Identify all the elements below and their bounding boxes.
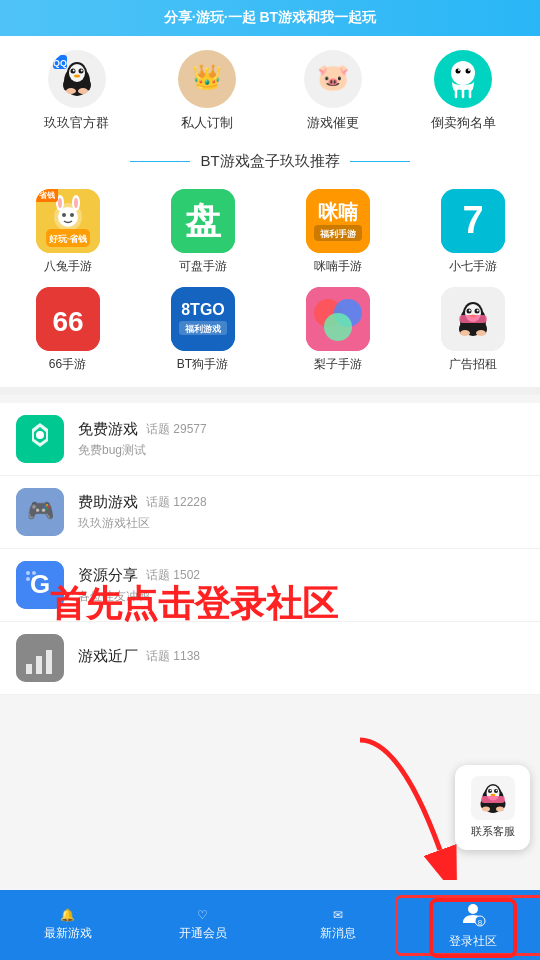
svg-text:7: 7 [462, 199, 483, 241]
community-item-review[interactable]: 游戏近厂 话题 1138 [0, 622, 540, 695]
nav-messages[interactable]: ✉ 新消息 [270, 908, 405, 942]
game-item-mineneng[interactable]: 咪喃 福利手游 咪喃手游 [270, 183, 405, 281]
svg-point-23 [458, 69, 460, 71]
bell-icon: 🔔 [60, 908, 75, 922]
nav-new-games-label: 最新游戏 [44, 925, 92, 942]
community-item-assist[interactable]: 🎮 费助游戏 话题 12228 玖玖游戏社区 [0, 476, 540, 549]
community-list: 免费游戏 话题 29577 免费bug测试 🎮 费助游戏 话题 12228 玖玖… [0, 403, 540, 695]
nav-sellout[interactable]: 倒卖狗名单 [431, 50, 496, 132]
svg-point-21 [456, 69, 461, 74]
mail-icon: ✉ [333, 908, 343, 922]
assist-name: 费助游戏 [78, 493, 138, 512]
quick-nav: QQ 玖玖官方群 👑 私人订制 🐷 游戏催更 [0, 36, 540, 142]
svg-point-11 [66, 88, 76, 94]
nav-vip-label: 开通会员 [179, 925, 227, 942]
nav-new-games[interactable]: 🔔 最新游戏 [0, 908, 135, 942]
svg-point-3 [69, 64, 85, 82]
btdog-icon: 8TGO 福利游戏 [171, 287, 235, 351]
mineneng-label: 咪喃手游 [314, 258, 362, 275]
svg-point-95 [495, 790, 497, 792]
svg-point-56 [324, 313, 352, 341]
svg-point-35 [62, 213, 66, 217]
svg-text:🎮: 🎮 [27, 497, 55, 524]
game-grid: 好玩·省钱 省钱 八兔手游 盘 可盘手游 咪喃 福利手游 咪喃手游 [0, 179, 540, 387]
nav-qq-group-label: 玖玖官方群 [44, 114, 109, 132]
sellout-icon [434, 50, 492, 108]
game-item-66[interactable]: 66 66手游 [0, 281, 135, 379]
kepan-icon: 盘 [171, 189, 235, 253]
qq-group-icon: QQ [48, 50, 106, 108]
batugame-label: 八兔手游 [44, 258, 92, 275]
svg-point-74 [36, 431, 44, 439]
nav-game-urge[interactable]: 🐷 游戏催更 [304, 50, 362, 132]
svg-point-33 [74, 198, 78, 208]
banner-text: 分享·游玩·一起 BT游戏和我一起玩 [164, 9, 376, 27]
svg-point-6 [72, 70, 74, 72]
nav-private-order-label: 私人订制 [181, 114, 233, 132]
active-highlight [428, 897, 518, 959]
svg-text:👑: 👑 [192, 62, 222, 91]
nav-login-community[interactable]: 8 登录社区 [405, 901, 540, 950]
svg-text:福利手游: 福利手游 [319, 229, 357, 239]
top-banner: 分享·游玩·一起 BT游戏和我一起玩 [0, 0, 540, 36]
game-item-xiaoqi[interactable]: 7 小七手游 [405, 183, 540, 281]
overlay-instruction-text: 首先点击登录社区 [50, 580, 338, 629]
nav-private-order[interactable]: 👑 私人订制 [178, 50, 236, 132]
game-item-ad[interactable]: 广告招租 [405, 281, 540, 379]
svg-text:QQ: QQ [53, 58, 67, 68]
assist-title-row: 费助游戏 话题 12228 [78, 493, 524, 512]
svg-point-100 [496, 807, 504, 812]
btdog-label: BT狗手游 [177, 356, 228, 373]
review-topic: 话题 1138 [146, 648, 200, 665]
free-game-icon [16, 415, 64, 463]
kepan-label: 可盘手游 [179, 258, 227, 275]
game-urge-icon: 🐷 [304, 50, 362, 108]
free-game-desc: 免费bug测试 [78, 442, 524, 459]
svg-rect-66 [459, 315, 487, 323]
svg-point-36 [70, 213, 74, 217]
game-item-pear[interactable]: 梨子手游 [270, 281, 405, 379]
svg-rect-84 [26, 664, 32, 674]
svg-point-64 [476, 310, 478, 312]
community-item-free-game[interactable]: 免费游戏 话题 29577 免费bug测试 [0, 403, 540, 476]
svg-point-70 [476, 330, 486, 336]
review-title-row: 游戏近厂 话题 1138 [78, 647, 524, 666]
batugame-icon: 好玩·省钱 省钱 [36, 189, 100, 253]
game-item-batugame[interactable]: 好玩·省钱 省钱 八兔手游 [0, 183, 135, 281]
review-info: 游戏近厂 话题 1138 [78, 647, 524, 669]
free-game-title-row: 免费游戏 话题 29577 [78, 420, 524, 439]
svg-point-24 [468, 69, 470, 71]
free-game-info: 免费游戏 话题 29577 免费bug测试 [78, 420, 524, 459]
svg-point-80 [32, 571, 36, 575]
svg-point-22 [466, 69, 471, 74]
svg-rect-85 [36, 656, 42, 674]
svg-point-82 [32, 577, 36, 581]
svg-point-81 [26, 577, 30, 581]
badge: 省钱 [36, 189, 58, 202]
svg-text:🐷: 🐷 [317, 61, 350, 93]
game-item-btdog[interactable]: 8TGO 福利游戏 BT狗手游 [135, 281, 270, 379]
assist-desc: 玖玖游戏社区 [78, 515, 524, 532]
nav-vip[interactable]: ♡ 开通会员 [135, 908, 270, 942]
svg-point-34 [58, 207, 78, 227]
heart-icon: ♡ [197, 908, 208, 922]
xiaoqi-icon: 7 [441, 189, 505, 253]
svg-point-99 [482, 807, 490, 812]
svg-text:8TGO: 8TGO [181, 301, 225, 318]
svg-point-20 [451, 61, 475, 85]
assist-info: 费助游戏 话题 12228 玖玖游戏社区 [78, 493, 524, 532]
nav-qq-group[interactable]: QQ 玖玖官方群 [44, 50, 109, 132]
game-item-kepan[interactable]: 盘 可盘手游 [135, 183, 270, 281]
svg-text:好玩·省钱: 好玩·省钱 [47, 234, 88, 244]
review-icon [16, 634, 64, 682]
svg-point-63 [468, 310, 470, 312]
svg-text:咪喃: 咪喃 [318, 201, 358, 223]
svg-rect-86 [46, 650, 52, 674]
game66-icon: 66 [36, 287, 100, 351]
svg-point-96 [490, 794, 495, 796]
mineneng-icon: 咪喃 福利手游 [306, 189, 370, 253]
bottom-nav: 🔔 最新游戏 ♡ 开通会员 ✉ 新消息 8 登录社区 [0, 890, 540, 960]
svg-point-94 [489, 790, 491, 792]
svg-point-8 [74, 75, 80, 78]
svg-text:66: 66 [52, 306, 83, 337]
